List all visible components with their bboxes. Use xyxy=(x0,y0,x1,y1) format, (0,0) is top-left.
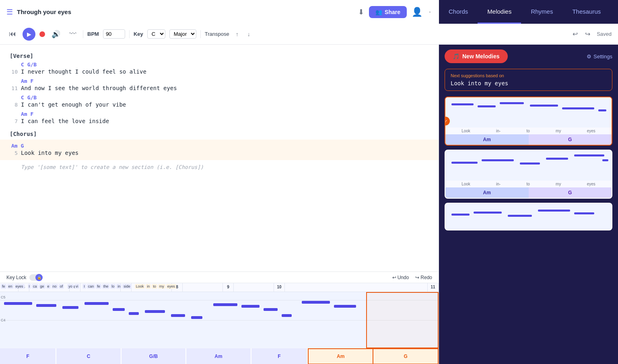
key-lock-label: Key Lock xyxy=(6,275,26,280)
share-icon: 👥 xyxy=(375,9,382,15)
lyric-text[interactable]: I never thought I could feel so alive xyxy=(21,68,146,75)
panel-actions: 🎵 New Melodies ⚙ Settings xyxy=(445,49,612,63)
suggestions-text: Look into my eyes xyxy=(451,80,606,86)
key-lock-area: Key Lock 🔒 xyxy=(6,274,42,281)
scale-select[interactable]: MajorMinor xyxy=(169,29,196,39)
tab-melodies[interactable]: Melodies xyxy=(478,0,521,24)
line-number: 10 xyxy=(10,69,18,75)
note-bar xyxy=(4,302,32,305)
chord-block-g-active[interactable]: G xyxy=(373,348,439,364)
melody-chord-g[interactable]: G xyxy=(529,134,612,145)
note-bar xyxy=(264,308,278,311)
lyric-line-active[interactable]: 5 Look into my eyes xyxy=(10,150,429,156)
melody-chord-am[interactable]: Am xyxy=(445,134,529,145)
music-icon: 🎵 xyxy=(453,53,459,60)
tab-thesaurus[interactable]: Thesaurus xyxy=(562,0,610,24)
record-button[interactable] xyxy=(39,31,45,37)
lyric-line: 7 I can feel the love inside xyxy=(10,118,429,124)
note-bar xyxy=(84,302,109,305)
line-number: 11 xyxy=(10,85,18,91)
redo-button[interactable]: ↪ xyxy=(583,29,593,39)
lyric-text[interactable]: I can't get enough of your vibe xyxy=(21,101,126,108)
note-bar xyxy=(36,304,56,307)
chord-block-gb[interactable]: G/B xyxy=(122,348,187,364)
chord-block-f2[interactable]: F xyxy=(251,348,308,364)
lyric-text[interactable]: I can feel the love inside xyxy=(21,118,109,124)
note-bar xyxy=(62,306,78,309)
melody-mini-roll-3 xyxy=(445,204,612,230)
note-bar xyxy=(113,308,125,311)
note-bar xyxy=(171,314,185,317)
account-button[interactable]: 👤 xyxy=(410,5,424,19)
piano-roll-header: Key Lock 🔒 ↩ Undo ↪ Redo xyxy=(0,272,439,283)
lock-icon: 🔒 xyxy=(35,274,43,281)
undo-button[interactable]: ↩ xyxy=(570,29,580,39)
melody-chord-g-2[interactable]: G xyxy=(529,187,612,198)
skip-back-button[interactable]: ⏮ xyxy=(6,28,19,40)
melody-mini-roll-1 xyxy=(445,97,612,128)
chord-line: C G/B xyxy=(21,95,429,101)
piano-roll-content: 5 6 7 8 9 10 11 xyxy=(0,283,439,364)
lyric-text[interactable]: And now I see the world through differen… xyxy=(21,85,177,91)
line-number: 5 xyxy=(10,150,18,156)
more-button[interactable]: · xyxy=(427,6,433,18)
chorus-section: [Chorus] Am G 5 Look into my eyes xyxy=(10,131,429,160)
right-panel: 🎵 New Melodies ⚙ Settings Next suggestio… xyxy=(439,45,618,364)
chord-block-am1[interactable]: Am xyxy=(186,348,251,364)
suggestions-box: Next suggestions based on Look into my e… xyxy=(445,69,612,91)
line-number: 7 xyxy=(10,118,18,124)
key-label: Key xyxy=(134,31,143,37)
melody-chord-row-2: Am G xyxy=(445,187,612,198)
transpose-down-button[interactable]: ↓ xyxy=(245,29,253,39)
lyric-line: 10 I never thought I could feel so alive xyxy=(10,68,429,75)
key-select[interactable]: CDEFGAB xyxy=(147,29,165,39)
transpose-up-button[interactable]: ↑ xyxy=(233,29,241,39)
lyrics-editor[interactable]: [Verse] C G/B 10 I never thought I could… xyxy=(0,45,439,271)
note-bar xyxy=(191,316,202,319)
active-section-highlight xyxy=(366,292,439,348)
bpm-label: BPM xyxy=(87,31,99,37)
note-bar xyxy=(334,305,356,308)
key-lock-toggle[interactable]: 🔒 xyxy=(29,274,42,281)
settings-button[interactable]: ⚙ Settings xyxy=(587,53,612,60)
note-bar xyxy=(145,310,165,313)
transpose-label: Transpose xyxy=(205,31,229,37)
melody-card-3[interactable] xyxy=(445,203,612,230)
notes-grid: C5 C4 xyxy=(0,292,439,348)
chord-block-am-active[interactable]: Am xyxy=(308,348,373,364)
app-title: Through your eyes xyxy=(17,8,71,15)
waveform-button[interactable]: 〰 xyxy=(67,28,79,40)
note-bar xyxy=(241,305,260,308)
volume-button[interactable]: 🔊 xyxy=(49,28,63,40)
note-bar xyxy=(213,303,237,306)
note-bar xyxy=(302,301,330,304)
lyrics-placeholder[interactable]: Type '[some text]' to create a new secti… xyxy=(21,164,429,170)
active-line-container: Am G 5 Look into my eyes xyxy=(0,140,439,160)
menu-icon: ☰ xyxy=(6,8,13,16)
bpm-input[interactable] xyxy=(103,29,125,39)
share-button[interactable]: 👥 Share xyxy=(369,6,407,18)
pr-undo-button[interactable]: ↩ Undo xyxy=(392,275,409,280)
pr-redo-button[interactable]: ↪ Redo xyxy=(415,275,432,280)
chord-block-c[interactable]: C xyxy=(56,348,122,364)
melody-chord-am-2[interactable]: Am xyxy=(445,187,529,198)
melody-word-labels-2: Look in- to my eyes xyxy=(445,181,612,187)
pr-undo-redo: ↩ Undo ↪ Redo xyxy=(392,275,432,280)
new-melodies-button[interactable]: 🎵 New Melodies xyxy=(445,49,508,63)
note-bar xyxy=(282,314,292,317)
piano-roll-area: Key Lock 🔒 ↩ Undo ↪ Redo xyxy=(0,271,439,364)
lyric-text-active[interactable]: Look into my eyes xyxy=(21,150,78,156)
tab-chords[interactable]: Chords xyxy=(439,0,478,24)
verse-section: [Verse] C G/B 10 I never thought I could… xyxy=(10,53,429,124)
chord-line: Am F xyxy=(21,78,429,84)
melody-card-1[interactable]: ↙ Look in- to my eyes xyxy=(445,97,612,146)
play-button[interactable]: ▶ xyxy=(23,28,35,41)
tab-rhymes[interactable]: Rhymes xyxy=(521,0,562,24)
gear-icon: ⚙ xyxy=(587,53,591,60)
melody-card-2[interactable]: Look in- to my eyes Am G xyxy=(445,150,612,199)
download-button[interactable]: ⬇ xyxy=(356,6,366,18)
chord-line: Am F xyxy=(21,111,429,117)
note-bar xyxy=(129,312,139,315)
chord-block-f[interactable]: F xyxy=(0,348,56,364)
section-header-verse: [Verse] xyxy=(10,53,429,59)
